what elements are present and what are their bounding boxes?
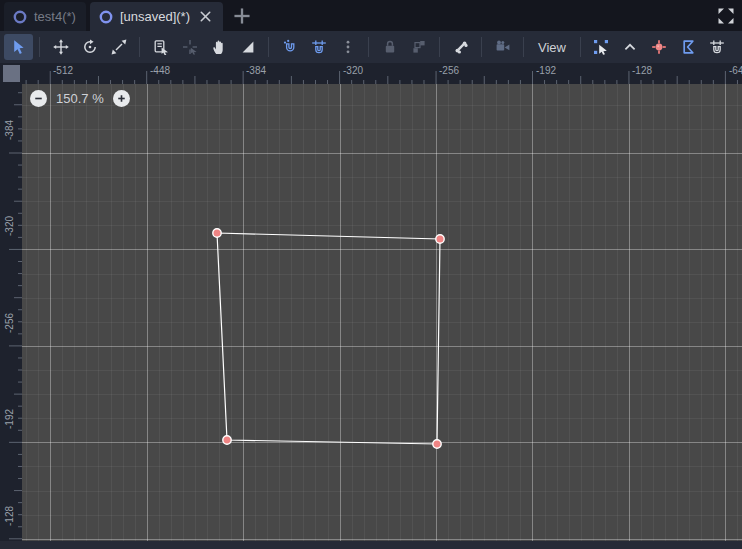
- ruler-corner: [0, 63, 22, 84]
- toolbar-separator: [368, 37, 369, 57]
- toolbar-separator: [39, 37, 40, 57]
- toolbar-separator: [580, 37, 581, 57]
- ruler-tool-button[interactable]: [233, 34, 262, 60]
- pan-tool-icon: [211, 39, 227, 55]
- scene-tab-label: test4(*): [34, 9, 76, 24]
- zoom-percentage[interactable]: 150.7 %: [56, 91, 104, 106]
- ruler-label: -192: [536, 65, 556, 76]
- smart-snap-icon: [282, 39, 298, 55]
- polygon-outline: [217, 233, 440, 444]
- add-point-button[interactable]: [645, 34, 674, 60]
- select-tool-button[interactable]: [4, 34, 33, 60]
- snap-config-button[interactable]: [703, 34, 732, 60]
- camera-icon: [495, 39, 511, 55]
- bottom-panel-edge: [0, 541, 742, 549]
- polygon-icon: [680, 39, 696, 55]
- toolbar-separator: [139, 37, 140, 57]
- polygon-vertex-handle[interactable]: [223, 436, 231, 444]
- edit-points-button[interactable]: [587, 34, 616, 60]
- move-tool-button[interactable]: [46, 34, 75, 60]
- close-tab-icon[interactable]: [198, 9, 213, 24]
- bone-icon: [453, 39, 469, 55]
- chevron-up-icon: [622, 39, 638, 55]
- ruler-label: -64: [729, 65, 742, 76]
- scene-circle-icon: [98, 9, 114, 25]
- lock-object-button[interactable]: [375, 34, 404, 60]
- polygon-vertex-handle[interactable]: [433, 440, 441, 448]
- collapse-toolbar-button[interactable]: [616, 34, 645, 60]
- scene-tab-bar: test4(*) [unsaved](*): [0, 0, 742, 31]
- scene-tab-label: [unsaved](*): [120, 9, 190, 24]
- view-menu-button[interactable]: View: [530, 34, 574, 60]
- ruler-label: -192: [4, 409, 15, 429]
- toolbar-separator: [481, 37, 482, 57]
- ruler-label: -128: [632, 65, 652, 76]
- plus-icon: [115, 92, 128, 105]
- viewport-canvas[interactable]: 150.7 %: [22, 84, 742, 541]
- ruler-label: -256: [4, 313, 15, 333]
- zoom-in-button[interactable]: [113, 90, 130, 107]
- toolbar-separator: [268, 37, 269, 57]
- ruler-tool-icon: [240, 39, 256, 55]
- scene-tab-unsaved[interactable]: [unsaved](*): [90, 2, 223, 31]
- smart-snap-button[interactable]: [275, 34, 304, 60]
- group-object-button[interactable]: [404, 34, 433, 60]
- ruler-label: -256: [439, 65, 459, 76]
- polygon-vertex-handle[interactable]: [436, 235, 444, 243]
- move-tool-icon: [53, 39, 69, 55]
- ruler-label: -512: [53, 65, 73, 76]
- skeleton-menu-button[interactable]: [488, 34, 517, 60]
- ruler-label: -384: [4, 120, 15, 140]
- godot-2d-editor: test4(*) [unsaved](*) View -512-448-384-…: [0, 0, 742, 549]
- snap-options-menu-button[interactable]: [333, 34, 362, 60]
- toolbar-separator: [523, 37, 524, 57]
- lock-icon: [382, 39, 398, 55]
- polygon-edit-button[interactable]: [674, 34, 703, 60]
- ruler-label: -320: [343, 65, 363, 76]
- bone-button[interactable]: [446, 34, 475, 60]
- list-select-button[interactable]: [146, 34, 175, 60]
- list-select-icon: [153, 39, 169, 55]
- rotate-tool-button[interactable]: [75, 34, 104, 60]
- horizontal-ruler: -512-448-384-320-256-192-128-64: [22, 63, 742, 84]
- position-select-button[interactable]: [175, 34, 204, 60]
- vertical-ruler: -384-320-256-192-128: [0, 84, 22, 541]
- ruler-label: -448: [150, 65, 170, 76]
- scale-tool-icon: [111, 39, 127, 55]
- grid-snap-icon: [311, 39, 327, 55]
- minus-icon: [32, 92, 45, 105]
- dots-vertical-icon: [340, 39, 356, 55]
- grid-snap-button[interactable]: [304, 34, 333, 60]
- ruler-label: -384: [246, 65, 266, 76]
- polygon-overlay: [22, 84, 742, 541]
- edit-points-icon: [593, 39, 609, 55]
- rotate-tool-icon: [82, 39, 98, 55]
- polygon-vertex-handle[interactable]: [213, 229, 221, 237]
- scene-tab-test4[interactable]: test4(*): [4, 2, 86, 31]
- expand-viewport-icon[interactable]: [716, 6, 736, 26]
- scale-tool-button[interactable]: [104, 34, 133, 60]
- position-select-icon: [182, 39, 198, 55]
- grid-settings-icon: [709, 39, 725, 55]
- add-point-icon: [651, 39, 667, 55]
- ruler-origin-box: [3, 65, 20, 82]
- add-scene-tab-button[interactable]: [231, 5, 253, 27]
- zoom-control: 150.7 %: [30, 90, 130, 107]
- zoom-out-button[interactable]: [30, 90, 47, 107]
- scene-circle-icon: [12, 9, 28, 25]
- group-icon: [411, 39, 427, 55]
- canvas-item-toolbar: View: [0, 31, 742, 63]
- toolbar-separator: [439, 37, 440, 57]
- select-tool-icon: [11, 39, 27, 55]
- pan-tool-button[interactable]: [204, 34, 233, 60]
- ruler-label: -320: [4, 216, 15, 236]
- ruler-label: -128: [4, 506, 15, 526]
